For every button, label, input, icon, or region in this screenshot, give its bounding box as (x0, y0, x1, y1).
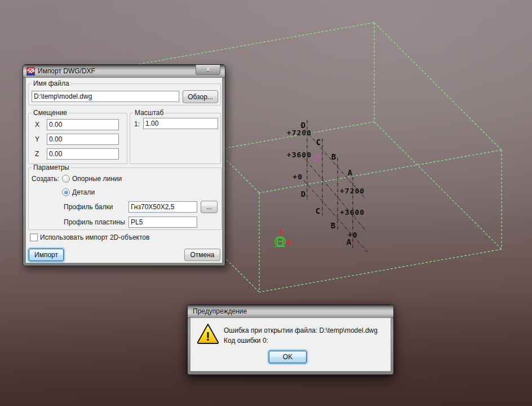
radio-parts-label[interactable]: Детали (72, 188, 95, 196)
offset-z-label: Z (35, 150, 39, 158)
warning-dialog-title: Предупреждение (193, 307, 247, 315)
elevation-label-7200-right: +7200 (340, 187, 365, 195)
create-label: Создать: (32, 175, 59, 183)
ucs-z-label: z (280, 228, 282, 234)
import-button[interactable]: Импорт (29, 249, 64, 261)
grid-label-b-bottom: B (331, 221, 335, 230)
radio-parts[interactable] (62, 188, 70, 196)
use-2d-import-label[interactable]: Использовать импорт 2D-объектов (40, 233, 149, 241)
warning-message-line1: Ошибка при открытии файла: D:\temp\model… (224, 326, 378, 334)
scale-group-label: Масштаб (133, 109, 165, 117)
warning-dialog-titlebar[interactable]: Предупреждение (188, 305, 393, 318)
offset-group-label: Смещение (32, 109, 69, 117)
warning-exclamation-glyph: ! (206, 329, 210, 343)
grid-labels-bottom: D +7200 C +3600 B +0 A (301, 187, 365, 246)
grid-label-a-bottom: A (347, 237, 352, 246)
offset-y-input[interactable] (47, 134, 119, 145)
grid-label-d-bottom: D (301, 189, 305, 198)
plate-profile-label: Профиль пластины (64, 218, 125, 226)
ucs-icon: z x (275, 228, 291, 246)
scale-prefix-label: 1: (134, 120, 140, 128)
warning-dialog: Предупреждение ! Ошибка при открытии фай… (187, 304, 394, 375)
use-2d-import-checkbox[interactable] (30, 233, 38, 241)
elevation-label-7200-left: +7200 (287, 129, 312, 137)
scale-group: Масштаб (130, 109, 221, 164)
import-dialog-body: Имя файла Обзор... Смещение X Y Z Масшта… (25, 77, 223, 263)
plate-profile-input[interactable] (128, 217, 197, 228)
grid-label-b-top: B (331, 152, 336, 161)
scale-input[interactable] (143, 118, 218, 129)
file-name-input[interactable] (32, 91, 179, 102)
parameters-group-label: Параметры (32, 164, 71, 171)
browse-button[interactable]: Обзор... (183, 90, 218, 103)
warning-message-line2: Код ошибки 0: (224, 337, 268, 345)
import-dialog-title: Импорт DWG/DXF (38, 67, 95, 75)
radio-reference-lines[interactable] (62, 175, 70, 183)
beam-profile-input[interactable] (128, 201, 197, 213)
elevation-label-3600-right: +3600 (340, 208, 365, 217)
file-name-group-label: Имя файла (32, 80, 71, 87)
tekla-app-icon (26, 67, 35, 76)
offset-z-input[interactable] (47, 148, 119, 160)
elevation-label-0-left: +0 (292, 173, 303, 181)
radio-reference-lines-label[interactable]: Опорные линии (72, 175, 122, 183)
import-dialog-titlebar[interactable]: Импорт DWG/DXF ✕ (23, 65, 225, 78)
close-button[interactable]: ✕ (196, 65, 220, 75)
import-dwg-dialog: Импорт DWG/DXF ✕ Имя файла Обзор... Смещ… (23, 64, 225, 266)
grid-label-c-top: C (316, 138, 321, 147)
warning-icon: ! (197, 323, 219, 345)
grid-label-a-top: A (348, 168, 353, 177)
beam-profile-more-button[interactable]: ... (201, 201, 218, 213)
workplane-marker (314, 156, 321, 162)
grid-labels-top: D +7200 C +3600 B A +0 (287, 121, 353, 181)
offset-x-label: X (35, 121, 39, 129)
ucs-x-label: x (288, 240, 291, 245)
warning-dialog-body: ! Ошибка при открытии файла: D:\temp\mod… (190, 317, 391, 372)
close-icon: ✕ (205, 66, 210, 73)
offset-y-label: Y (35, 135, 39, 143)
elevation-label-3600-left: +3600 (287, 151, 312, 159)
offset-x-input[interactable] (47, 119, 119, 130)
grid-label-c-bottom: C (316, 206, 320, 215)
cancel-button[interactable]: Отмена (184, 249, 220, 261)
ok-button[interactable]: OK (269, 351, 307, 363)
beam-profile-label: Профиль балки (64, 203, 113, 211)
